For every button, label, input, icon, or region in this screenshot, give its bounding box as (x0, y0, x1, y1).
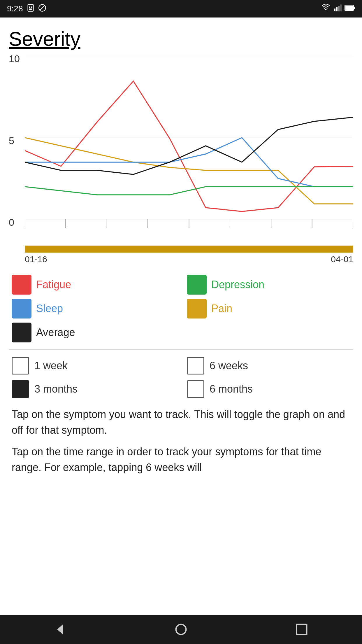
status-bar-right (321, 4, 355, 14)
legend-fatigue[interactable]: Fatigue (12, 275, 175, 295)
bottom-nav (0, 615, 362, 644)
instruction-1: Tap on the symptom you want to track. Th… (12, 407, 350, 438)
home-button[interactable] (173, 622, 189, 637)
depression-line (25, 187, 353, 195)
legend-pain[interactable]: Pain (187, 299, 350, 318)
svg-rect-2 (31, 6, 32, 8)
sleep-label: Sleep (36, 302, 63, 315)
chart-svg-area (25, 53, 353, 246)
svg-rect-12 (354, 7, 355, 9)
y-label-5: 5 (9, 135, 26, 146)
sim-icon (27, 4, 35, 14)
time-range-section: 1 week 6 weeks 3 months 6 months (9, 357, 353, 398)
status-bar-left: 9:28 (7, 4, 46, 14)
svg-rect-3 (29, 8, 32, 10)
time-range-3months[interactable]: 3 months (12, 380, 175, 398)
label-1week: 1 week (34, 360, 68, 372)
chart-area: 10 5 0 (9, 53, 353, 246)
home-icon (173, 622, 189, 637)
instructions-section: Tap on the symptom you want to track. Th… (9, 407, 353, 475)
battery-icon (345, 4, 355, 13)
pain-swatch (187, 299, 207, 318)
svg-rect-13 (345, 6, 353, 10)
depression-label: Depression (211, 279, 264, 291)
average-swatch (12, 323, 31, 342)
time-range-grid: 1 week 6 weeks 3 months 6 months (12, 357, 350, 398)
recents-icon (294, 622, 309, 637)
y-label-0: 0 (9, 217, 26, 228)
svg-rect-28 (297, 624, 307, 635)
main-content: Severity 10 5 0 (0, 18, 362, 475)
label-3months: 3 months (34, 383, 78, 395)
average-line (25, 117, 353, 174)
svg-point-6 (325, 9, 327, 10)
back-button[interactable] (53, 622, 68, 637)
x-axis-labels: 01-16 04-01 (25, 254, 353, 264)
average-label: Average (36, 326, 75, 339)
time-range-6months[interactable]: 6 months (187, 380, 350, 398)
do-not-disturb-icon (38, 4, 46, 14)
time-range-6weeks[interactable]: 6 weeks (187, 357, 350, 374)
status-time: 9:28 (7, 4, 23, 13)
checkbox-3months[interactable] (12, 380, 29, 398)
svg-rect-9 (338, 6, 340, 11)
checkbox-6weeks[interactable] (187, 357, 204, 374)
svg-point-27 (176, 624, 186, 635)
legend-average[interactable]: Average (12, 323, 175, 342)
svg-rect-0 (28, 4, 33, 11)
pain-label: Pain (211, 302, 232, 315)
x-label-end: 04-01 (331, 254, 353, 264)
svg-line-5 (40, 5, 44, 10)
svg-rect-7 (334, 8, 335, 11)
legend-section: Fatigue Depression Sleep Pain Average (9, 275, 353, 342)
chart-y-axis: 10 5 0 (9, 53, 26, 246)
svg-marker-26 (57, 624, 63, 635)
fatigue-swatch (12, 275, 31, 295)
y-label-10: 10 (9, 53, 26, 64)
legend-depression[interactable]: Depression (187, 275, 350, 295)
back-icon (53, 622, 68, 637)
recents-button[interactable] (294, 622, 309, 637)
svg-rect-1 (29, 6, 30, 8)
x-label-start: 01-16 (25, 254, 47, 264)
chart-svg (25, 53, 353, 246)
fatigue-label: Fatigue (36, 279, 71, 291)
checkbox-1week[interactable] (12, 357, 29, 374)
divider (9, 349, 353, 350)
page-title: Severity (9, 27, 353, 50)
status-bar: 9:28 (0, 0, 362, 18)
legend-sleep[interactable]: Sleep (12, 299, 175, 318)
wifi-icon (321, 4, 331, 14)
signal-icon (333, 4, 342, 14)
label-6weeks: 6 weeks (210, 360, 248, 372)
sleep-swatch (12, 299, 31, 318)
svg-rect-8 (336, 7, 338, 11)
checkbox-6months[interactable] (187, 380, 204, 398)
time-range-1week[interactable]: 1 week (12, 357, 175, 374)
label-6months: 6 months (210, 383, 253, 395)
depression-swatch (187, 275, 207, 295)
legend-grid: Fatigue Depression Sleep Pain Average (12, 275, 350, 342)
svg-rect-10 (340, 4, 342, 11)
timeline-bar (25, 246, 353, 253)
sleep-line (25, 138, 353, 187)
instruction-2: Tap on the time range in order to track … (12, 444, 350, 475)
